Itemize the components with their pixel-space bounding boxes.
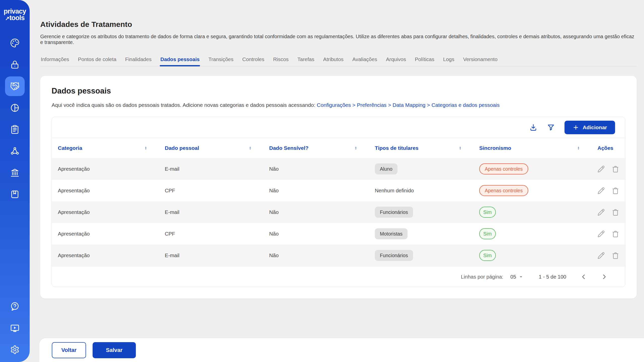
edit-button[interactable] [597,252,605,259]
sidebar-item-privacy[interactable] [5,55,25,74]
tab-bar: Informações Pontos de coleta Finalidades… [40,56,637,66]
tab-avaliacoes[interactable]: Avaliações [352,56,378,66]
delete-button[interactable] [612,252,619,259]
rows-per-page-select[interactable]: 05 [510,274,523,280]
cell-categoria: Apresentação [52,231,159,237]
sincronismo-badge: Sim [479,228,496,239]
sidebar-item-reports[interactable] [5,98,25,118]
bank-icon [10,168,20,177]
table-row: Apresentação E-mail Não Funcionários Sim [52,245,625,266]
sidebar-item-settings[interactable] [5,340,25,359]
sidebar-item-help[interactable] [5,297,25,316]
tab-atributos[interactable]: Atributos [323,56,344,66]
sidebar-item-assessments[interactable] [5,120,25,139]
edit-button[interactable] [597,187,605,194]
export-button[interactable] [529,123,537,131]
edit-button[interactable] [597,230,605,238]
cell-categoria: Apresentação [52,166,159,172]
rows-per-page-label: Linhas por página: [461,274,503,280]
tab-riscos[interactable]: Riscos [273,56,289,66]
tab-dados-pessoais[interactable]: Dados pessoais [160,56,200,66]
chevron-left-icon [580,274,587,280]
tab-pontos-de-coleta[interactable]: Pontos de coleta [77,56,117,66]
sidebar: privacy ↗tools [0,0,30,362]
cell-dado-sensivel: Não [263,252,369,258]
tab-tarefas[interactable]: Tarefas [297,56,315,66]
cell-dado-sensivel: Não [263,188,369,194]
tab-informacoes[interactable]: Informações [40,56,70,66]
main-content: Atividades de Tratamento Gerencie e cate… [30,0,644,298]
cell-dado-pessoal: E-mail [159,252,263,258]
column-header-sincronismo: Sincronismo [473,145,591,151]
sidebar-item-integrations[interactable] [5,141,25,161]
add-button-label: Adicionar [583,124,607,130]
titulares-badge: Funcionários [375,250,413,261]
settings-path-link[interactable]: Configurações > Preferências > Data Mapp… [317,102,500,108]
tab-transicoes[interactable]: Transições [208,56,234,66]
delete-button[interactable] [612,187,619,194]
pencil-icon [597,187,605,194]
cell-categoria: Apresentação [52,188,159,194]
sidebar-item-tutorials[interactable] [5,318,25,338]
trash-icon [612,252,619,259]
edit-button[interactable] [597,165,605,173]
sincronismo-badge: Apenas controles [479,163,528,174]
sort-icon[interactable] [144,145,148,151]
delete-button[interactable] [612,165,619,173]
tab-politicas[interactable]: Políticas [414,56,435,66]
page-description: Gerencie e categorize os atributos do tr… [40,34,637,45]
edit-button[interactable] [597,209,605,216]
palette-icon [10,38,20,48]
add-button[interactable]: Adicionar [565,121,615,134]
sincronismo-badge: Sim [479,207,496,218]
cell-dado-pessoal: CPF [159,188,263,194]
table-header-row: Categoria Dado pessoal Dado Sensível? Ti… [52,138,625,158]
tab-controles[interactable]: Controles [242,56,265,66]
sidebar-nav-top [5,32,25,205]
sort-icon[interactable] [458,145,462,151]
integrations-icon [10,146,20,156]
trash-icon [612,230,619,238]
prev-page-button[interactable] [580,274,587,280]
page-title: Atividades de Tratamento [40,20,637,29]
cell-categoria: Apresentação [52,209,159,215]
sidebar-item-library[interactable] [5,185,25,204]
book-icon [10,190,20,199]
cell-dado-pessoal: E-mail [159,209,263,215]
titulares-badge: Funcionários [375,207,413,218]
sidebar-item-institution[interactable] [5,163,25,183]
titulares-badge: Motoristas [375,228,408,239]
sidebar-item-appearance[interactable] [5,33,25,53]
pencil-icon [597,252,605,259]
sidebar-item-treatment-activities[interactable] [5,76,25,96]
back-button[interactable]: Voltar [52,342,86,358]
help-icon [10,302,20,311]
delete-button[interactable] [612,230,619,238]
filter-button[interactable] [547,123,555,131]
tab-finalidades[interactable]: Finalidades [125,56,152,66]
tab-arquivos[interactable]: Arquivos [385,56,407,66]
brand-logo: privacy ↗tools [4,8,26,22]
clipboard-icon [10,125,20,134]
next-page-button[interactable] [601,274,608,280]
cell-dado-pessoal: E-mail [159,166,263,172]
cell-categoria: Apresentação [52,252,159,258]
video-icon [10,323,20,333]
delete-button[interactable] [612,209,619,216]
cell-dado-sensivel: Não [263,209,369,215]
tab-versionamento[interactable]: Versionamento [463,56,498,66]
sort-icon[interactable] [577,145,580,151]
column-header-categoria: Categoria [52,145,159,151]
table-row: Apresentação CPF Não Nenhum definido Ape… [52,180,625,201]
save-button[interactable]: Salvar [93,342,136,358]
personal-data-panel: Dados pessoais Aqui você indica quais sã… [40,76,637,298]
trash-icon [612,187,619,194]
filter-icon [547,123,555,131]
settings-icon [10,345,20,354]
sort-icon[interactable] [248,145,252,151]
pie-chart-icon [10,103,20,113]
sort-icon[interactable] [354,145,358,151]
table-row: Apresentação E-mail Não Funcionários Sim [52,201,625,223]
tab-logs[interactable]: Logs [442,56,455,66]
table-toolbar: Adicionar [52,117,625,138]
